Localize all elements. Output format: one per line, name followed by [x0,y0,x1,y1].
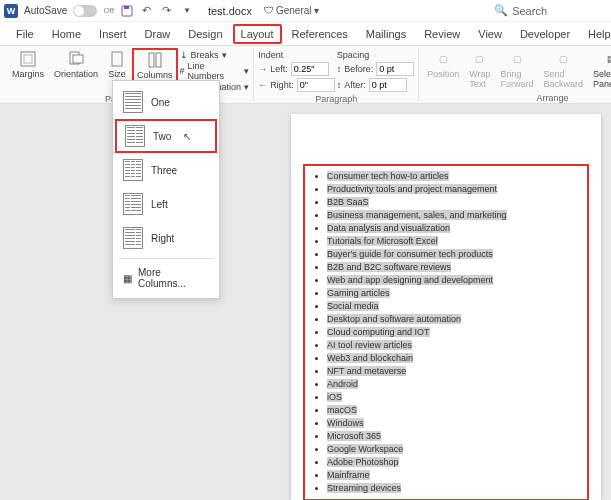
selected-text-region: Consumer tech how-to articlesProductivit… [303,164,589,500]
word-app-icon: W [4,4,18,18]
columns-button[interactable]: Columns [132,48,178,83]
list-item[interactable]: macOS [327,404,581,417]
list-item[interactable]: Gaming articles [327,287,581,300]
sensitivity-label[interactable]: 🛡 General ▾ [264,5,319,16]
tab-references[interactable]: References [284,24,356,44]
autosave-state: Off [103,6,114,15]
save-icon[interactable] [120,4,134,18]
document-page[interactable]: Consumer tech how-to articlesProductivit… [291,114,601,500]
tab-design[interactable]: Design [180,24,230,44]
tab-view[interactable]: View [470,24,510,44]
breaks-button[interactable]: ⤓ Breaks ▾ [180,50,250,60]
list-item[interactable]: Desktop and software automation [327,313,581,326]
svg-rect-8 [156,53,161,67]
spacing-after-input[interactable] [369,78,407,92]
list-item[interactable]: NFT and metaverse [327,365,581,378]
margins-button[interactable]: Margins [8,48,48,81]
list-item[interactable]: Microsoft 365 [327,430,581,443]
list-item[interactable]: Buyer's guide for consumer tech products [327,248,581,261]
svg-rect-7 [149,53,154,67]
autosave-label: AutoSave [24,5,67,16]
list-item[interactable]: Web3 and blockchain [327,352,581,365]
wrap-text-button: ▢Wrap Text [465,48,494,91]
svg-rect-6 [112,52,122,66]
size-icon [108,50,126,68]
columns-option-right[interactable]: Right [113,221,219,255]
list-item[interactable]: Tutorials for Microsoft Excel [327,235,581,248]
search-box[interactable]: 🔍 Search [494,4,607,17]
list-item[interactable]: Adobe Photoshop [327,456,581,469]
autosave-toggle[interactable] [73,5,97,17]
size-button[interactable]: Size [104,48,130,81]
list-item[interactable]: iOS [327,391,581,404]
list-item[interactable]: AI tool review articles [327,339,581,352]
filename: test.docx [208,5,252,17]
tab-developer[interactable]: Developer [512,24,578,44]
list-item[interactable]: Web and app designing and development [327,274,581,287]
svg-rect-1 [124,6,129,9]
document-area: Consumer tech how-to articlesProductivit… [0,104,611,500]
indent-left-input[interactable] [291,62,329,76]
arrange-label: Arrange [423,91,611,103]
send-backward-button: ▢Send Backward [540,48,588,91]
columns-more[interactable]: ▦More Columns... [113,262,219,294]
cursor-icon: ↖ [183,131,191,142]
undo-icon[interactable]: ↶ [140,4,154,18]
columns-option-one[interactable]: One [113,85,219,119]
wrap-icon: ▢ [471,50,489,68]
position-icon: ▢ [434,50,452,68]
tab-home[interactable]: Home [44,24,89,44]
list-item[interactable]: B2B SaaS [327,196,581,209]
list-item[interactable]: Windows [327,417,581,430]
list-item[interactable]: Productivity tools and project managemen… [327,183,581,196]
list-item[interactable]: Google Workspace [327,443,581,456]
paragraph-label: Paragraph [258,92,414,104]
list-item[interactable]: Social media [327,300,581,313]
svg-rect-2 [21,52,35,66]
columns-option-three[interactable]: Three [113,153,219,187]
tab-mailings[interactable]: Mailings [358,24,414,44]
send-backward-icon: ▢ [554,50,572,68]
line-numbers-button[interactable]: # Line Numbers ▾ [180,61,250,81]
tab-help[interactable]: Help [580,24,611,44]
indent-right-input[interactable] [297,78,335,92]
qat-dropdown-icon[interactable]: ▼ [180,4,194,18]
selection-pane-icon: ▤ [603,50,611,68]
list-item[interactable]: Android [327,378,581,391]
redo-icon[interactable]: ↷ [160,4,174,18]
columns-option-left[interactable]: Left [113,187,219,221]
tab-layout[interactable]: Layout [233,24,282,44]
group-arrange: ▢Position ▢Wrap Text ▢Bring Forward ▢Sen… [419,48,611,101]
orientation-button[interactable]: Orientation [50,48,102,81]
spacing-label: Spacing [337,50,415,60]
search-placeholder: Search [512,5,547,17]
spacing-before-input[interactable] [376,62,414,76]
tab-insert[interactable]: Insert [91,24,135,44]
title-bar: W AutoSave Off ↶ ↷ ▼ test.docx 🛡 General… [0,0,611,22]
selection-pane-button[interactable]: ▤Selection Pane [589,48,611,91]
ribbon-tabs: FileHomeInsertDrawDesignLayoutReferences… [0,22,611,46]
svg-rect-3 [24,55,32,63]
columns-icon [146,51,164,69]
list-item[interactable]: Mainframe [327,469,581,482]
columns-dropdown: One Two ↖ Three Left Right ▦More Columns… [112,80,220,299]
tab-draw[interactable]: Draw [137,24,179,44]
document-list: Consumer tech how-to articlesProductivit… [311,170,581,495]
list-item[interactable]: Business management, sales, and marketin… [327,209,581,222]
ribbon: Margins Orientation Size Columns ⤓ Break… [0,46,611,104]
columns-option-two[interactable]: Two ↖ [115,119,217,153]
position-button: ▢Position [423,48,463,81]
bring-forward-button: ▢Bring Forward [497,48,538,91]
margins-icon [19,50,37,68]
list-item[interactable]: Streaming devices [327,482,581,495]
indent-label: Indent [258,50,335,60]
list-item[interactable]: Consumer tech how-to articles [327,170,581,183]
columns-more-icon: ▦ [123,273,132,284]
orientation-icon [67,50,85,68]
list-item[interactable]: Data analysis and visualization [327,222,581,235]
search-icon: 🔍 [494,4,508,17]
list-item[interactable]: B2B and B2C software reviews [327,261,581,274]
tab-file[interactable]: File [8,24,42,44]
tab-review[interactable]: Review [416,24,468,44]
list-item[interactable]: Cloud computing and IOT [327,326,581,339]
